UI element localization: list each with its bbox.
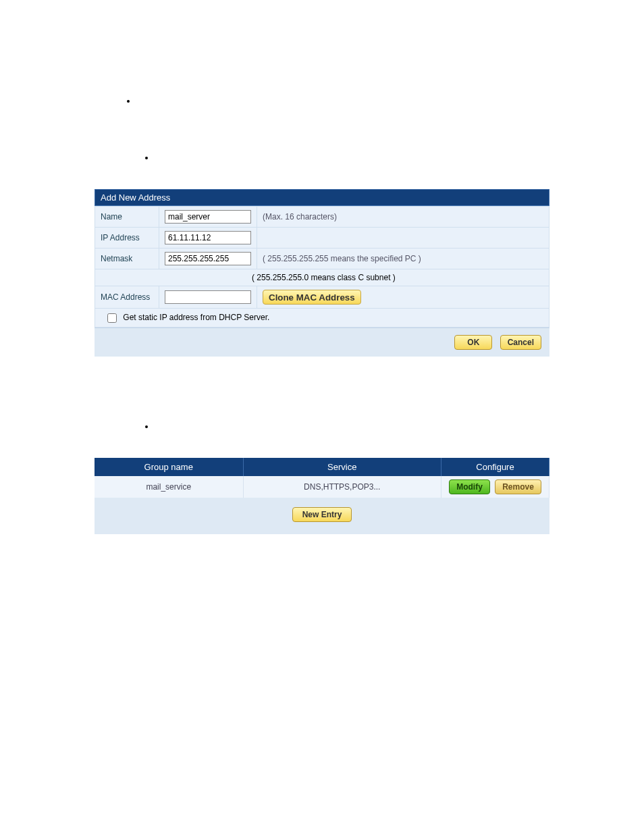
remove-button[interactable]: Remove bbox=[495, 479, 541, 494]
bullet-dot bbox=[145, 425, 148, 428]
table-row: mail_service DNS,HTTPS,POP3... Modify Re… bbox=[95, 476, 549, 498]
col-group-name: Group name bbox=[95, 458, 243, 476]
name-label: Name bbox=[95, 207, 159, 228]
new-entry-bar: New Entry bbox=[95, 498, 549, 534]
cell-service: DNS,HTTPS,POP3... bbox=[243, 476, 441, 498]
netmask-hint2: ( 255.255.255.0 means class C subnet ) bbox=[95, 269, 549, 286]
address-form-table: Name (Max. 16 characters) IP Address Net… bbox=[95, 206, 549, 328]
dhcp-checkbox-label[interactable]: Get static IP address from DHCP Server. bbox=[107, 313, 269, 322]
clone-mac-button[interactable]: Clone MAC Address bbox=[263, 290, 361, 305]
cancel-button[interactable]: Cancel bbox=[500, 335, 541, 350]
dhcp-label-text: Get static IP address from DHCP Server. bbox=[123, 313, 269, 322]
name-hint: (Max. 16 characters) bbox=[257, 207, 549, 228]
col-service: Service bbox=[243, 458, 441, 476]
mac-input[interactable] bbox=[165, 290, 251, 304]
panel-title: Add New Address bbox=[95, 189, 549, 206]
ip-input[interactable] bbox=[165, 231, 251, 244]
form-action-bar: OK Cancel bbox=[95, 328, 549, 357]
ok-button[interactable]: OK bbox=[454, 335, 492, 350]
service-group-table: Group name Service Configure mail_servic… bbox=[95, 458, 549, 498]
netmask-hint1: ( 255.255.255.255 means the specified PC… bbox=[257, 249, 549, 269]
bullet-dot bbox=[127, 100, 130, 103]
add-new-address-panel: Add New Address Name (Max. 16 characters… bbox=[95, 189, 549, 357]
ip-label: IP Address bbox=[95, 228, 159, 249]
netmask-label: Netmask bbox=[95, 249, 159, 269]
dhcp-checkbox[interactable] bbox=[107, 313, 117, 323]
name-input[interactable] bbox=[165, 210, 251, 224]
cell-group-name: mail_service bbox=[95, 476, 243, 498]
new-entry-button[interactable]: New Entry bbox=[292, 507, 352, 522]
netmask-input[interactable] bbox=[165, 252, 251, 265]
bullet-dot bbox=[145, 157, 148, 159]
col-configure: Configure bbox=[441, 458, 549, 476]
mac-label: MAC Address bbox=[95, 286, 159, 309]
modify-button[interactable]: Modify bbox=[449, 479, 490, 494]
service-group-panel: Group name Service Configure mail_servic… bbox=[95, 458, 549, 534]
